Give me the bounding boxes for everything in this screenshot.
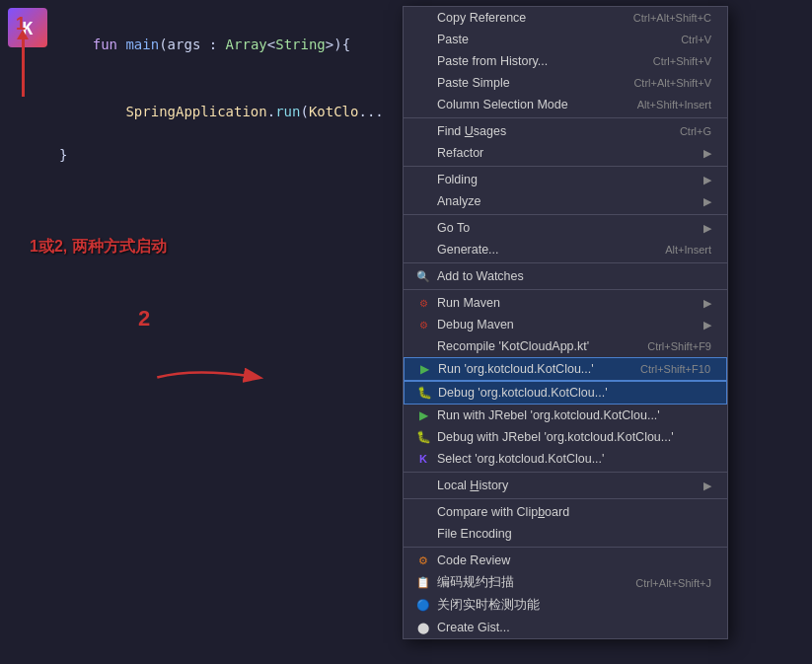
divider-4 xyxy=(404,262,727,263)
annotation-text: 1或2, 两种方式启动 xyxy=(30,237,167,258)
refactor-icon xyxy=(415,145,431,161)
menu-item-refactor[interactable]: Refactor ▶ xyxy=(404,142,727,164)
function-name: main xyxy=(125,37,159,52)
copy-reference-icon xyxy=(415,10,431,26)
divider-3 xyxy=(404,214,727,215)
menu-item-select-kotcloud[interactable]: K Select 'org.kotcloud.KotClou...' xyxy=(404,448,727,470)
menu-item-generate[interactable]: Generate... Alt+Insert xyxy=(404,239,727,260)
divider-1 xyxy=(404,117,727,118)
menu-item-paste-history[interactable]: Paste from History... Ctrl+Shift+V xyxy=(404,50,727,72)
menu-item-create-gist[interactable]: ⬤ Create Gist... xyxy=(404,617,727,638)
menu-item-code-review[interactable]: ⚙ Code Review xyxy=(404,550,727,571)
menu-item-goto[interactable]: Go To ▶ xyxy=(404,217,727,239)
menu-item-paste[interactable]: Paste Ctrl+V xyxy=(404,29,727,50)
menu-item-local-history[interactable]: Local History ▶ xyxy=(404,475,727,496)
divider-6 xyxy=(404,472,727,473)
folding-icon xyxy=(415,172,431,187)
run-maven-arrow: ▶ xyxy=(703,297,711,310)
run-maven-icon: ⚙ xyxy=(415,295,431,311)
paste-icon xyxy=(415,32,431,47)
goto-submenu-arrow: ▶ xyxy=(703,222,711,235)
divider-2 xyxy=(404,166,727,167)
menu-item-add-watches[interactable]: 🔍 Add to Watches xyxy=(404,265,727,287)
menu-item-debug-maven[interactable]: ⚙ Debug Maven ▶ xyxy=(404,314,727,335)
menu-item-run-jrebel[interactable]: ▶ Run with JRebel 'org.kotcloud.KotClou.… xyxy=(404,405,727,426)
annotation-number-2: 2 xyxy=(138,306,150,332)
history-submenu-arrow: ▶ xyxy=(703,480,711,492)
menu-item-close-realtime[interactable]: 🔵 关闭实时检测功能 xyxy=(404,594,727,617)
debug-maven-icon: ⚙ xyxy=(415,317,431,332)
menu-item-copy-reference[interactable]: Copy Reference Ctrl+Alt+Shift+C xyxy=(404,7,727,29)
folding-submenu-arrow: ▶ xyxy=(703,174,711,186)
run-icon: ▶ xyxy=(416,361,432,377)
goto-icon xyxy=(415,220,431,236)
analyze-submenu-arrow: ▶ xyxy=(703,195,711,208)
arrow-to-run xyxy=(153,363,271,397)
keyword-fun: fun xyxy=(93,37,126,52)
menu-item-recompile[interactable]: Recompile 'KotCloudApp.kt' Ctrl+Shift+F9 xyxy=(404,335,727,357)
github-icon: ⬤ xyxy=(415,620,431,635)
column-icon xyxy=(415,97,431,112)
menu-item-compare-clipboard[interactable]: Compare with Clipboard xyxy=(404,501,727,523)
divider-7 xyxy=(404,498,727,499)
code-line-3: } xyxy=(59,144,384,166)
refactor-submenu-arrow: ▶ xyxy=(703,147,711,160)
code-editor: fun main(args : Array<String>){ SpringAp… xyxy=(0,0,400,179)
code-review-icon: ⚙ xyxy=(415,553,431,568)
menu-item-paste-simple[interactable]: Paste Simple Ctrl+Alt+Shift+V xyxy=(404,72,727,94)
history-icon xyxy=(415,478,431,493)
run-jrebel-icon: ▶ xyxy=(415,407,431,423)
menu-item-folding[interactable]: Folding ▶ xyxy=(404,169,727,190)
close-realtime-icon: 🔵 xyxy=(415,598,431,614)
menu-item-run-kotcloud[interactable]: ▶ Run 'org.kotcloud.KotClou...' Ctrl+Shi… xyxy=(404,357,727,381)
debug-maven-arrow: ▶ xyxy=(703,319,711,332)
debug-jrebel-icon: 🐛 xyxy=(415,429,431,445)
code-line-2: SpringApplication.run(KotClo... xyxy=(59,78,384,144)
arrow-up xyxy=(22,37,25,97)
menu-item-debug-kotcloud[interactable]: 🐛 Debug 'org.kotcloud.KotClou...' xyxy=(404,381,727,405)
context-menu: Copy Reference Ctrl+Alt+Shift+C Paste Ct… xyxy=(403,6,728,639)
menu-item-scan-code[interactable]: 📋 编码规约扫描 Ctrl+Alt+Shift+J xyxy=(404,571,727,594)
menu-item-file-encoding[interactable]: File Encoding xyxy=(404,523,727,545)
recompile-icon xyxy=(415,338,431,354)
encoding-icon xyxy=(415,526,431,542)
watch-icon: 🔍 xyxy=(415,268,431,284)
menu-item-run-maven[interactable]: ⚙ Run Maven ▶ xyxy=(404,292,727,314)
scan-icon: 📋 xyxy=(415,575,431,591)
kotlin-select-icon: K xyxy=(415,451,431,467)
divider-5 xyxy=(404,289,727,290)
generate-icon xyxy=(415,242,431,258)
code-line-1: fun main(args : Array<String>){ xyxy=(59,12,384,78)
find-icon xyxy=(415,123,431,139)
menu-item-analyze[interactable]: Analyze ▶ xyxy=(404,190,727,212)
debug-icon: 🐛 xyxy=(416,385,432,401)
compare-icon xyxy=(415,504,431,520)
menu-item-find-usages[interactable]: Find Usages Ctrl+G xyxy=(404,120,727,142)
divider-8 xyxy=(404,547,727,548)
analyze-icon xyxy=(415,193,431,209)
menu-item-debug-jrebel[interactable]: 🐛 Debug with JRebel 'org.kotcloud.KotClo… xyxy=(404,426,727,448)
paste-simple-icon xyxy=(415,75,431,91)
menu-item-column-selection[interactable]: Column Selection Mode Alt+Shift+Insert xyxy=(404,94,727,115)
paste-history-icon xyxy=(415,53,431,69)
